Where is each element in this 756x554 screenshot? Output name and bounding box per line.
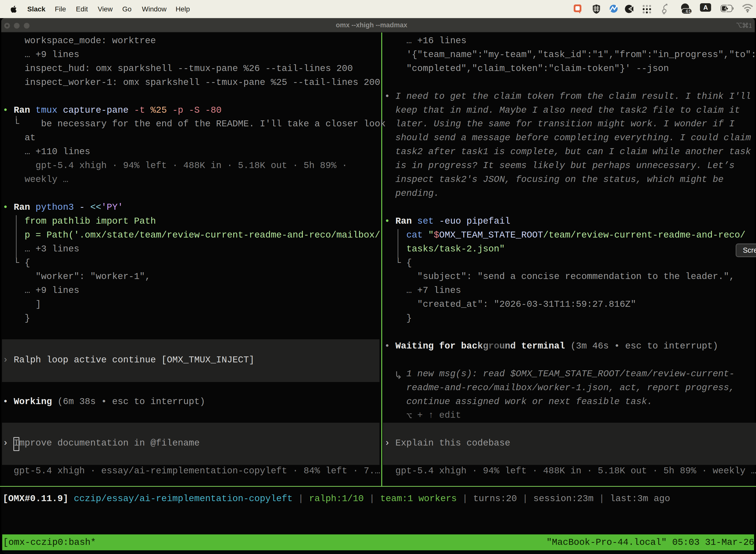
svg-text:A: A bbox=[703, 4, 708, 11]
svg-text:1: 1 bbox=[749, 22, 752, 29]
svg-text:..61: ..61 bbox=[683, 9, 691, 14]
